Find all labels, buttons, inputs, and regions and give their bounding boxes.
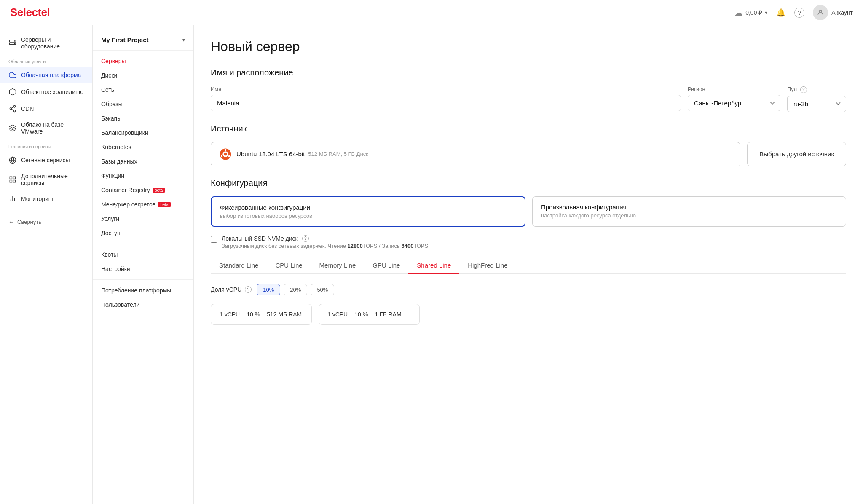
secrets-manager-badge: beta bbox=[158, 202, 170, 207]
sidebar-item-extra-services[interactable]: Дополнительные сервисы bbox=[0, 169, 92, 190]
nav-item-disks[interactable]: Диски bbox=[93, 68, 193, 83]
server-card-0[interactable]: 1 vCPU 10 % 512 МБ RAM bbox=[211, 304, 312, 325]
logo-prefix: Select bbox=[10, 6, 41, 19]
server-icon bbox=[8, 39, 17, 47]
sidebar-section-solutions: Решения и сервисы bbox=[0, 139, 92, 152]
server-card-1[interactable]: 1 vCPU 10 % 1 ГБ RAM bbox=[319, 304, 420, 325]
name-input[interactable] bbox=[211, 95, 681, 111]
local-ssd-label: Локальный SSD NVMe диск bbox=[222, 235, 298, 242]
source-info: Ubuntu 18.04 LTS 64-bit 512 МБ RAM, 5 ГБ… bbox=[236, 150, 732, 158]
pool-field-group: Пул ? ru-3b ru-3a bbox=[787, 86, 846, 112]
local-ssd-row: Локальный SSD NVMe диск ? Загрузочный ди… bbox=[211, 235, 846, 249]
vcpu-info-icon[interactable]: ? bbox=[245, 286, 252, 293]
sidebar-item-monitoring[interactable]: Мониторинг bbox=[0, 190, 92, 207]
tab-cpu[interactable]: CPU Line bbox=[267, 257, 311, 274]
local-ssd-info-icon[interactable]: ? bbox=[302, 235, 309, 242]
globe-icon bbox=[8, 156, 17, 164]
source-meta: 512 МБ RAM, 5 ГБ Диск bbox=[308, 151, 368, 157]
logo-text: Selectel bbox=[10, 6, 50, 19]
logo[interactable]: Selectel bbox=[10, 6, 50, 19]
nav-label-balancers: Балансировщики bbox=[101, 129, 148, 136]
name-location-row: Имя Регион Санкт-Петербург Москва Пул ? bbox=[211, 86, 846, 112]
nav-label-disks: Диски bbox=[101, 72, 117, 79]
sidebar-item-vmware[interactable]: Облако на базе VMware bbox=[0, 117, 92, 139]
nav-label-databases: Базы данных bbox=[101, 158, 137, 165]
svg-point-25 bbox=[221, 155, 222, 157]
config-fixed-title: Фиксированные конфигурации bbox=[220, 204, 516, 211]
nav-item-servers[interactable]: Серверы bbox=[93, 54, 193, 68]
balance-display[interactable]: ☁ 0,00 ₽ ▾ bbox=[734, 8, 767, 18]
sidebar-label-network-services: Сетевые сервисы bbox=[21, 157, 70, 164]
nav-label-container-registry: Container Registry bbox=[101, 187, 150, 193]
server-card-0-share: 10 % bbox=[247, 311, 260, 318]
nav-label-users: Пользователи bbox=[101, 301, 139, 308]
logo-highlight: el bbox=[41, 6, 50, 19]
svg-rect-14 bbox=[10, 177, 12, 179]
nav-label-network: Сеть bbox=[101, 86, 114, 93]
bar-chart-icon bbox=[8, 195, 17, 203]
svg-marker-11 bbox=[10, 125, 16, 129]
vcpu-option-20[interactable]: 20% bbox=[284, 284, 307, 295]
config-card-fixed[interactable]: Фиксированные конфигурации выбор из гото… bbox=[211, 196, 525, 227]
sidebar-label-monitoring: Мониторинг bbox=[21, 196, 54, 202]
nav-item-network[interactable]: Сеть bbox=[93, 83, 193, 97]
tab-standard[interactable]: Standard Line bbox=[211, 257, 267, 274]
nav-item-access[interactable]: Доступ bbox=[93, 226, 193, 240]
region-select[interactable]: Санкт-Петербург Москва bbox=[688, 95, 780, 111]
server-card-1-share: 10 % bbox=[354, 311, 368, 318]
help-icon[interactable]: ? bbox=[794, 8, 804, 18]
name-location-section-title: Имя и расположение bbox=[211, 68, 846, 78]
nav-item-backups[interactable]: Бэкапы bbox=[93, 111, 193, 126]
tab-highfreq[interactable]: HighFreq Line bbox=[459, 257, 516, 274]
collapse-sidebar-button[interactable]: ← Свернуть bbox=[0, 214, 92, 229]
nav-item-balancers[interactable]: Балансировщики bbox=[93, 126, 193, 140]
nav-item-kubernetes[interactable]: Kubernetes bbox=[93, 140, 193, 154]
project-chevron-icon: ▾ bbox=[182, 37, 185, 43]
local-ssd-description: Загрузочный диск без сетевых задержек. Ч… bbox=[222, 243, 430, 249]
vcpu-option-10[interactable]: 10% bbox=[257, 284, 280, 295]
local-ssd-checkbox[interactable] bbox=[211, 236, 217, 243]
nav-item-quotas[interactable]: Квоты bbox=[93, 247, 193, 262]
nav-item-platform-usage[interactable]: Потребление платформы bbox=[93, 283, 193, 298]
config-card-custom[interactable]: Произвольная конфигурация настройка кажд… bbox=[532, 196, 846, 227]
sidebar-item-cdn[interactable]: CDN bbox=[0, 100, 92, 117]
tab-gpu[interactable]: GPU Line bbox=[364, 257, 408, 274]
sidebar-label-vmware: Облако на базе VMware bbox=[21, 121, 84, 135]
project-selector[interactable]: My First Project ▾ bbox=[93, 32, 193, 51]
sidebar-label-cdn: CDN bbox=[21, 105, 34, 112]
sidebar-item-servers-hardware[interactable]: Серверы и оборудование bbox=[0, 32, 92, 54]
nav-item-services[interactable]: Услуги bbox=[93, 212, 193, 226]
name-label: Имя bbox=[211, 86, 681, 92]
vcpu-option-50[interactable]: 50% bbox=[311, 284, 334, 295]
hexagon-icon bbox=[8, 88, 17, 96]
svg-rect-17 bbox=[13, 180, 16, 182]
sidebar-second: My First Project ▾ Серверы Диски Сеть Об… bbox=[93, 25, 194, 504]
source-section-title: Источник bbox=[211, 124, 846, 134]
nav-label-servers: Серверы bbox=[101, 58, 126, 64]
notifications-icon[interactable]: 🔔 bbox=[776, 8, 786, 18]
sidebar-item-object-storage[interactable]: Объектное хранилище bbox=[0, 83, 92, 100]
nav-item-images[interactable]: Образы bbox=[93, 97, 193, 111]
svg-point-0 bbox=[819, 10, 822, 13]
svg-marker-5 bbox=[10, 89, 16, 95]
tab-memory[interactable]: Memory Line bbox=[311, 257, 364, 274]
account-section[interactable]: Аккаунт bbox=[813, 5, 853, 20]
nav-item-settings[interactable]: Настройки bbox=[93, 262, 193, 276]
sidebar-label-object-storage: Объектное хранилище bbox=[21, 88, 83, 95]
nav-item-users[interactable]: Пользователи bbox=[93, 298, 193, 312]
nav-divider-2 bbox=[93, 279, 193, 280]
sidebar-divider bbox=[0, 211, 92, 211]
source-change-button[interactable]: Выбрать другой источник bbox=[747, 142, 846, 166]
name-field-group: Имя bbox=[211, 86, 681, 112]
pool-select[interactable]: ru-3b ru-3a bbox=[787, 96, 846, 112]
nav-item-secrets-manager[interactable]: Менеджер секретов beta bbox=[93, 197, 193, 212]
nav-item-databases[interactable]: Базы данных bbox=[93, 154, 193, 169]
line-tabs: Standard Line CPU Line Memory Line GPU L… bbox=[211, 257, 846, 274]
collapse-label: Свернуть bbox=[17, 219, 41, 225]
sidebar-item-cloud-platform[interactable]: Облачная платформа bbox=[0, 67, 92, 83]
tab-shared[interactable]: Shared Line bbox=[408, 257, 459, 274]
sidebar-item-network-services[interactable]: Сетевые сервисы bbox=[0, 152, 92, 169]
nav-item-functions[interactable]: Функции bbox=[93, 169, 193, 183]
nav-item-container-registry[interactable]: Container Registry beta bbox=[93, 183, 193, 197]
pool-info-icon[interactable]: ? bbox=[800, 86, 807, 93]
